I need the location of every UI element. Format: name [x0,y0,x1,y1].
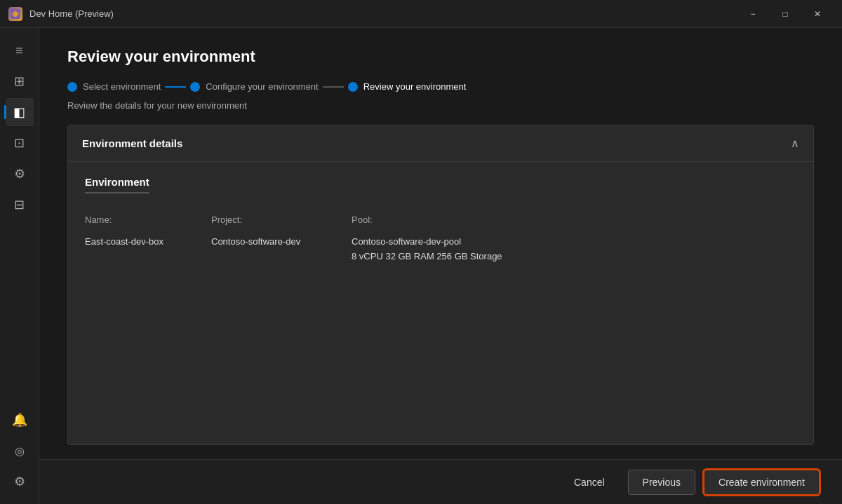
name-label: Name: [85,214,211,225]
step-select-label: Select environment [83,81,161,92]
notifications-icon: 🔔 [12,412,27,428]
project-value: Contoso-software-dev [211,236,352,261]
step-connector-2 [323,86,344,88]
environment-card: Environment details ∧ Environment Name: … [67,125,814,445]
sidebar-item-machine-config[interactable]: ⊡ [6,129,34,157]
sidebar-item-dashboard[interactable]: ⊞ [6,67,34,95]
sidebar-item-settings-gear[interactable]: ⚙ [6,160,34,188]
cancel-button[interactable]: Cancel [559,470,620,495]
step-select-dot [67,82,77,92]
step-configure-label: Configure your environment [206,81,318,92]
stepper: Select environment Configure your enviro… [67,81,814,92]
close-button[interactable]: ✕ [801,4,834,25]
minimize-button[interactable]: − [737,4,769,25]
step-configure-dot [190,82,200,92]
sidebar-item-packages[interactable]: ⊟ [6,191,34,219]
env-card-header: Environment details ∧ [68,125,813,162]
content-area: Review your environment Select environme… [39,28,842,459]
settings-icon: ⚙ [14,474,25,489]
step-review-label: Review your environment [363,81,467,92]
app-icon [8,7,22,21]
env-section-title: Environment [85,176,149,193]
app-layout: ≡ ⊞ ◧ ⊡ ⚙ ⊟ 🔔 ◎ ⚙ Review your environme [0,28,842,504]
packages-icon: ⊟ [14,197,25,212]
bottom-bar: Cancel Previous Create environment [39,459,842,504]
step-connector-1 [165,86,186,88]
sidebar-item-feedback[interactable]: ◎ [6,437,34,465]
create-environment-button[interactable]: Create environment [704,470,820,495]
step-select: Select environment [67,81,161,92]
feedback-icon: ◎ [15,444,25,458]
main-content: Review your environment Select environme… [39,28,842,504]
settings-gear-icon: ⚙ [14,166,25,182]
sidebar-item-menu[interactable]: ≡ [6,36,34,64]
sidebar-item-settings[interactable]: ⚙ [6,468,34,496]
collapse-button[interactable]: ∧ [791,137,799,150]
pool-spec: 8 vCPU 32 GB RAM 256 GB Storage [352,251,796,261]
step-review-dot [348,82,358,92]
sidebar-item-environments[interactable]: ◧ [6,98,34,126]
app-title: Dev Home (Preview) [29,8,114,19]
menu-icon: ≡ [15,43,23,58]
env-details-grid: Name: Project: Pool: East-coast-dev-box … [85,214,796,261]
name-value: East-coast-dev-box [85,236,211,261]
window-controls: − □ ✕ [737,4,834,25]
project-label: Project: [211,214,352,225]
pool-values: Contoso-software-dev-pool 8 vCPU 32 GB R… [352,236,796,261]
env-card-body: Environment Name: Project: Pool: East-co… [68,162,813,275]
maximize-button[interactable]: □ [769,4,801,25]
pool-value: Contoso-software-dev-pool [352,236,796,247]
pool-label: Pool: [352,214,796,225]
dashboard-icon: ⊞ [14,74,25,89]
sidebar: ≡ ⊞ ◧ ⊡ ⚙ ⊟ 🔔 ◎ ⚙ [0,28,39,504]
titlebar: Dev Home (Preview) − □ ✕ [0,0,842,28]
machine-config-icon: ⊡ [14,135,25,151]
sidebar-item-notifications[interactable]: 🔔 [6,406,34,434]
step-review: Review your environment [348,81,467,92]
environments-icon: ◧ [13,104,25,120]
previous-button[interactable]: Previous [628,470,695,495]
page-title: Review your environment [67,48,814,66]
step-configure: Configure your environment [190,81,318,92]
step-subtitle: Review the details for your new environm… [67,100,814,111]
env-card-title: Environment details [82,137,182,149]
